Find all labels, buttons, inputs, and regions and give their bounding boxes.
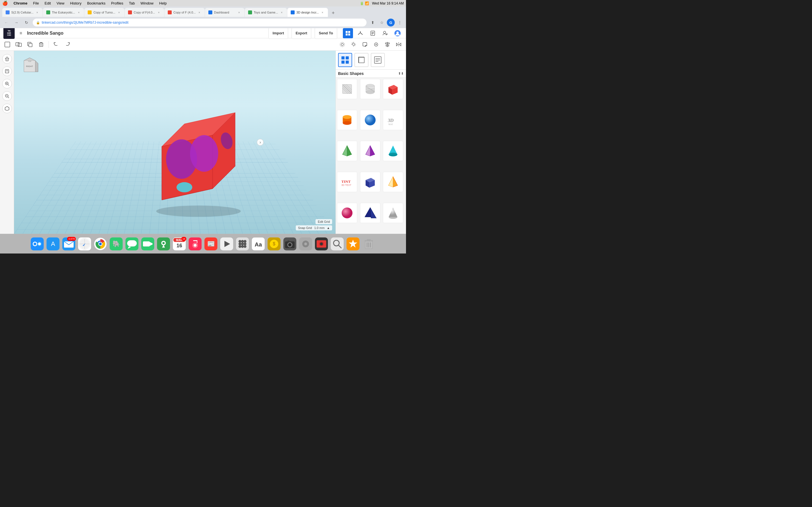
forward-button[interactable]: → bbox=[12, 18, 20, 26]
tab-close-3ddesign[interactable]: × bbox=[320, 10, 324, 14]
shape-pyramid-yellow[interactable] bbox=[383, 172, 403, 192]
shape-pyramid-purple[interactable] bbox=[360, 141, 380, 161]
circle-tool[interactable] bbox=[371, 40, 381, 50]
hamburger-menu[interactable]: ≡ bbox=[17, 29, 25, 37]
dock-chrome[interactable] bbox=[93, 237, 107, 251]
dock-reeder[interactable] bbox=[346, 237, 360, 251]
dock-evernote[interactable]: 🐘 bbox=[109, 237, 123, 251]
dock-finder[interactable] bbox=[30, 237, 44, 251]
import-button[interactable]: Import bbox=[268, 28, 288, 39]
dock-maps[interactable] bbox=[156, 237, 170, 251]
tab-close-f40a[interactable]: × bbox=[157, 10, 161, 14]
zoom-out-btn[interactable] bbox=[2, 91, 12, 101]
fit-view-btn[interactable] bbox=[2, 66, 12, 76]
dock-safari[interactable] bbox=[78, 237, 92, 251]
dock-dictionary[interactable]: Aa bbox=[251, 237, 265, 251]
share-button[interactable]: ⬆ bbox=[369, 18, 377, 26]
dock-itunes[interactable] bbox=[188, 237, 202, 251]
tab-dashboard[interactable]: Dashboard × bbox=[205, 8, 245, 17]
tab-toys[interactable]: Toys and Game... × bbox=[245, 8, 287, 17]
shape-cylinder-hole[interactable] bbox=[360, 79, 380, 99]
grid-view-btn[interactable] bbox=[343, 28, 353, 38]
shape-sphere-solid[interactable] bbox=[360, 110, 380, 130]
light-tool[interactable] bbox=[349, 40, 359, 50]
window-menu[interactable]: Window bbox=[139, 1, 154, 5]
account-btn[interactable] bbox=[393, 28, 403, 38]
dock-settings[interactable] bbox=[299, 237, 313, 251]
tab-s29[interactable]: S(2.9) Cellular... × bbox=[2, 8, 43, 17]
undo-btn[interactable] bbox=[51, 40, 61, 50]
edit-grid-row[interactable]: Edit Grid bbox=[315, 219, 332, 224]
shape-prism-blue[interactable] bbox=[360, 203, 380, 223]
extensions-button[interactable]: ⋮ bbox=[396, 18, 404, 26]
tab-3ddesign[interactable]: 3D design Incr... × bbox=[287, 8, 328, 17]
group-btn[interactable] bbox=[13, 40, 24, 50]
mirror-tool[interactable] bbox=[394, 40, 404, 50]
tab-close-dashboard[interactable]: × bbox=[237, 10, 241, 14]
align-tool[interactable] bbox=[382, 40, 393, 50]
orientation-cube[interactable]: RIGHT TOP bbox=[20, 56, 40, 76]
shape-cube-blue[interactable] bbox=[360, 172, 380, 192]
dock-trash[interactable] bbox=[362, 237, 376, 251]
send-to-button[interactable]: Send To bbox=[315, 28, 337, 39]
profile-button[interactable]: G bbox=[387, 18, 395, 26]
workplane-tool-btn[interactable] bbox=[2, 104, 12, 113]
camera-tool[interactable] bbox=[337, 40, 347, 50]
tab-menu[interactable]: Tab bbox=[128, 1, 136, 5]
new-shape-btn[interactable] bbox=[2, 40, 12, 50]
view-menu[interactable]: View bbox=[55, 1, 65, 5]
dock-coins[interactable]: $ bbox=[267, 237, 281, 251]
snap-grid-row[interactable]: Snap Grid 1.0 mm ▲ bbox=[296, 225, 332, 230]
file-menu[interactable]: File bbox=[32, 1, 40, 5]
help-menu[interactable]: Help bbox=[158, 1, 168, 5]
profiles-menu[interactable]: Profiles bbox=[110, 1, 124, 5]
bookmark-button[interactable]: ☆ bbox=[378, 18, 386, 26]
dock-calendar[interactable]: MAR16 16 bbox=[172, 237, 186, 251]
dock-camera[interactable] bbox=[283, 237, 297, 251]
tab-close-toys[interactable]: × bbox=[280, 10, 284, 14]
new-tab-button[interactable]: + bbox=[329, 9, 337, 17]
shape-cylinder-solid[interactable] bbox=[337, 110, 357, 130]
reload-button[interactable]: ↻ bbox=[22, 18, 31, 26]
shape-sphere-pink[interactable] bbox=[337, 203, 357, 223]
shape-cone-blue[interactable] bbox=[383, 141, 403, 161]
shape-text-red[interactable]: TINT 3D TEXT bbox=[337, 172, 357, 192]
shape-text-3d[interactable]: 3D text bbox=[383, 110, 403, 130]
delete-btn[interactable] bbox=[36, 40, 46, 50]
shape-cone-white[interactable] bbox=[383, 203, 403, 223]
add-user-btn[interactable] bbox=[380, 28, 390, 38]
tab-close-tumo[interactable]: × bbox=[117, 10, 121, 14]
tab-close-s29[interactable]: × bbox=[35, 10, 39, 14]
dock-play[interactable] bbox=[220, 237, 234, 251]
redo-btn[interactable] bbox=[62, 40, 72, 50]
dock-photobooth[interactable] bbox=[314, 237, 328, 251]
notes-btn[interactable] bbox=[368, 28, 378, 38]
dock-mail[interactable]: 4,679 bbox=[62, 237, 76, 251]
dock-quicksilver[interactable] bbox=[330, 237, 344, 251]
dock-news[interactable]: 📰 bbox=[204, 237, 218, 251]
shape-pyramid-green[interactable] bbox=[337, 141, 357, 161]
zoom-in-btn[interactable] bbox=[2, 79, 12, 89]
tab-close-f40b[interactable]: × bbox=[197, 10, 201, 14]
address-input[interactable]: 🔒 tinkercad.com/things/2jUMe7MRb7J-incre… bbox=[33, 18, 366, 26]
grid-panel-icon[interactable] bbox=[338, 53, 352, 67]
export-button[interactable]: Export bbox=[292, 28, 311, 39]
shape-box-hole[interactable] bbox=[337, 79, 357, 99]
dock-appstore[interactable]: A bbox=[46, 237, 60, 251]
shapes-dropdown[interactable]: Basic Shapes ⬆⬇ bbox=[336, 69, 406, 78]
home-view-btn[interactable] bbox=[2, 54, 12, 64]
dock-messages[interactable] bbox=[125, 237, 139, 251]
snap-grid-up[interactable]: ▲ bbox=[327, 226, 330, 230]
bookmarks-menu[interactable]: Bookmarks bbox=[86, 1, 107, 5]
3d-canvas[interactable]: RIGHT TOP bbox=[14, 51, 336, 234]
tab-f40b[interactable]: Copy of F (4.0... × bbox=[164, 8, 205, 17]
tinkercad-logo[interactable]: TINKERCAD bbox=[3, 28, 15, 39]
workplane-btn[interactable] bbox=[355, 28, 365, 38]
copy-btn[interactable] bbox=[25, 40, 35, 50]
tab-close-eukaryotic[interactable]: × bbox=[77, 10, 81, 14]
collapse-panel-btn[interactable]: › bbox=[257, 139, 264, 146]
tab-tumo[interactable]: Copy of Tumo... × bbox=[84, 8, 124, 17]
tab-eukaryotic[interactable]: The Eukaryotic... × bbox=[43, 8, 84, 17]
edit-menu[interactable]: Edit bbox=[43, 1, 52, 5]
dock-launchpad[interactable] bbox=[236, 237, 250, 251]
